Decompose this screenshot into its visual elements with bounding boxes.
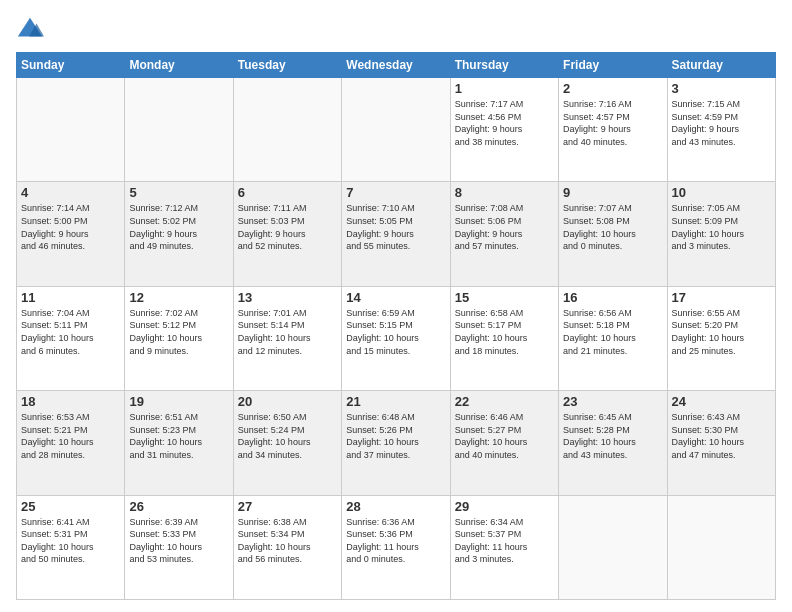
day-info: Sunrise: 6:41 AM Sunset: 5:31 PM Dayligh… xyxy=(21,516,120,566)
day-info: Sunrise: 7:08 AM Sunset: 5:06 PM Dayligh… xyxy=(455,202,554,252)
weekday-header-row: SundayMondayTuesdayWednesdayThursdayFrid… xyxy=(17,53,776,78)
day-info: Sunrise: 6:45 AM Sunset: 5:28 PM Dayligh… xyxy=(563,411,662,461)
day-number: 10 xyxy=(672,185,771,200)
weekday-header-saturday: Saturday xyxy=(667,53,775,78)
day-number: 15 xyxy=(455,290,554,305)
day-info: Sunrise: 7:01 AM Sunset: 5:14 PM Dayligh… xyxy=(238,307,337,357)
weekday-header-wednesday: Wednesday xyxy=(342,53,450,78)
weekday-header-tuesday: Tuesday xyxy=(233,53,341,78)
calendar-cell: 9Sunrise: 7:07 AM Sunset: 5:08 PM Daylig… xyxy=(559,182,667,286)
logo-icon xyxy=(16,16,44,44)
day-number: 27 xyxy=(238,499,337,514)
day-info: Sunrise: 7:17 AM Sunset: 4:56 PM Dayligh… xyxy=(455,98,554,148)
day-info: Sunrise: 7:07 AM Sunset: 5:08 PM Dayligh… xyxy=(563,202,662,252)
day-number: 7 xyxy=(346,185,445,200)
day-number: 20 xyxy=(238,394,337,409)
day-info: Sunrise: 6:48 AM Sunset: 5:26 PM Dayligh… xyxy=(346,411,445,461)
calendar-week-row: 11Sunrise: 7:04 AM Sunset: 5:11 PM Dayli… xyxy=(17,286,776,390)
day-number: 3 xyxy=(672,81,771,96)
calendar-cell xyxy=(125,78,233,182)
day-number: 29 xyxy=(455,499,554,514)
calendar-cell: 10Sunrise: 7:05 AM Sunset: 5:09 PM Dayli… xyxy=(667,182,775,286)
day-number: 6 xyxy=(238,185,337,200)
calendar-cell: 17Sunrise: 6:55 AM Sunset: 5:20 PM Dayli… xyxy=(667,286,775,390)
weekday-header-thursday: Thursday xyxy=(450,53,558,78)
top-section xyxy=(16,12,776,44)
day-number: 24 xyxy=(672,394,771,409)
day-number: 17 xyxy=(672,290,771,305)
calendar-cell: 4Sunrise: 7:14 AM Sunset: 5:00 PM Daylig… xyxy=(17,182,125,286)
day-info: Sunrise: 7:12 AM Sunset: 5:02 PM Dayligh… xyxy=(129,202,228,252)
day-number: 13 xyxy=(238,290,337,305)
calendar-cell: 8Sunrise: 7:08 AM Sunset: 5:06 PM Daylig… xyxy=(450,182,558,286)
calendar-cell xyxy=(559,495,667,599)
calendar-cell: 11Sunrise: 7:04 AM Sunset: 5:11 PM Dayli… xyxy=(17,286,125,390)
calendar-cell: 2Sunrise: 7:16 AM Sunset: 4:57 PM Daylig… xyxy=(559,78,667,182)
day-number: 8 xyxy=(455,185,554,200)
calendar-cell: 5Sunrise: 7:12 AM Sunset: 5:02 PM Daylig… xyxy=(125,182,233,286)
day-info: Sunrise: 7:10 AM Sunset: 5:05 PM Dayligh… xyxy=(346,202,445,252)
day-info: Sunrise: 6:36 AM Sunset: 5:36 PM Dayligh… xyxy=(346,516,445,566)
day-info: Sunrise: 6:43 AM Sunset: 5:30 PM Dayligh… xyxy=(672,411,771,461)
day-number: 21 xyxy=(346,394,445,409)
calendar-cell xyxy=(667,495,775,599)
day-info: Sunrise: 7:14 AM Sunset: 5:00 PM Dayligh… xyxy=(21,202,120,252)
day-info: Sunrise: 6:39 AM Sunset: 5:33 PM Dayligh… xyxy=(129,516,228,566)
logo xyxy=(16,16,48,44)
day-info: Sunrise: 6:55 AM Sunset: 5:20 PM Dayligh… xyxy=(672,307,771,357)
calendar-cell: 7Sunrise: 7:10 AM Sunset: 5:05 PM Daylig… xyxy=(342,182,450,286)
calendar-cell: 3Sunrise: 7:15 AM Sunset: 4:59 PM Daylig… xyxy=(667,78,775,182)
calendar-cell: 27Sunrise: 6:38 AM Sunset: 5:34 PM Dayli… xyxy=(233,495,341,599)
calendar-week-row: 25Sunrise: 6:41 AM Sunset: 5:31 PM Dayli… xyxy=(17,495,776,599)
calendar-cell: 12Sunrise: 7:02 AM Sunset: 5:12 PM Dayli… xyxy=(125,286,233,390)
calendar-cell: 25Sunrise: 6:41 AM Sunset: 5:31 PM Dayli… xyxy=(17,495,125,599)
day-info: Sunrise: 7:05 AM Sunset: 5:09 PM Dayligh… xyxy=(672,202,771,252)
calendar-cell: 15Sunrise: 6:58 AM Sunset: 5:17 PM Dayli… xyxy=(450,286,558,390)
day-info: Sunrise: 6:38 AM Sunset: 5:34 PM Dayligh… xyxy=(238,516,337,566)
calendar-cell: 13Sunrise: 7:01 AM Sunset: 5:14 PM Dayli… xyxy=(233,286,341,390)
calendar-cell: 22Sunrise: 6:46 AM Sunset: 5:27 PM Dayli… xyxy=(450,391,558,495)
calendar-cell: 24Sunrise: 6:43 AM Sunset: 5:30 PM Dayli… xyxy=(667,391,775,495)
calendar-cell xyxy=(17,78,125,182)
calendar-week-row: 4Sunrise: 7:14 AM Sunset: 5:00 PM Daylig… xyxy=(17,182,776,286)
day-info: Sunrise: 7:04 AM Sunset: 5:11 PM Dayligh… xyxy=(21,307,120,357)
calendar-page: SundayMondayTuesdayWednesdayThursdayFrid… xyxy=(0,0,792,612)
calendar-week-row: 18Sunrise: 6:53 AM Sunset: 5:21 PM Dayli… xyxy=(17,391,776,495)
calendar-cell: 20Sunrise: 6:50 AM Sunset: 5:24 PM Dayli… xyxy=(233,391,341,495)
calendar-cell: 29Sunrise: 6:34 AM Sunset: 5:37 PM Dayli… xyxy=(450,495,558,599)
calendar-cell: 26Sunrise: 6:39 AM Sunset: 5:33 PM Dayli… xyxy=(125,495,233,599)
weekday-header-sunday: Sunday xyxy=(17,53,125,78)
day-number: 22 xyxy=(455,394,554,409)
day-info: Sunrise: 6:46 AM Sunset: 5:27 PM Dayligh… xyxy=(455,411,554,461)
calendar-cell xyxy=(233,78,341,182)
weekday-header-friday: Friday xyxy=(559,53,667,78)
day-number: 4 xyxy=(21,185,120,200)
day-info: Sunrise: 7:16 AM Sunset: 4:57 PM Dayligh… xyxy=(563,98,662,148)
day-info: Sunrise: 6:53 AM Sunset: 5:21 PM Dayligh… xyxy=(21,411,120,461)
day-number: 2 xyxy=(563,81,662,96)
calendar-cell: 14Sunrise: 6:59 AM Sunset: 5:15 PM Dayli… xyxy=(342,286,450,390)
day-number: 26 xyxy=(129,499,228,514)
calendar-cell: 1Sunrise: 7:17 AM Sunset: 4:56 PM Daylig… xyxy=(450,78,558,182)
day-info: Sunrise: 7:02 AM Sunset: 5:12 PM Dayligh… xyxy=(129,307,228,357)
day-info: Sunrise: 6:34 AM Sunset: 5:37 PM Dayligh… xyxy=(455,516,554,566)
day-info: Sunrise: 6:59 AM Sunset: 5:15 PM Dayligh… xyxy=(346,307,445,357)
calendar-cell: 18Sunrise: 6:53 AM Sunset: 5:21 PM Dayli… xyxy=(17,391,125,495)
day-number: 9 xyxy=(563,185,662,200)
day-info: Sunrise: 7:11 AM Sunset: 5:03 PM Dayligh… xyxy=(238,202,337,252)
weekday-header-monday: Monday xyxy=(125,53,233,78)
day-info: Sunrise: 6:58 AM Sunset: 5:17 PM Dayligh… xyxy=(455,307,554,357)
day-number: 18 xyxy=(21,394,120,409)
day-number: 16 xyxy=(563,290,662,305)
calendar-cell: 16Sunrise: 6:56 AM Sunset: 5:18 PM Dayli… xyxy=(559,286,667,390)
calendar-cell: 21Sunrise: 6:48 AM Sunset: 5:26 PM Dayli… xyxy=(342,391,450,495)
day-number: 19 xyxy=(129,394,228,409)
day-number: 11 xyxy=(21,290,120,305)
day-number: 12 xyxy=(129,290,228,305)
calendar-week-row: 1Sunrise: 7:17 AM Sunset: 4:56 PM Daylig… xyxy=(17,78,776,182)
day-number: 25 xyxy=(21,499,120,514)
day-number: 14 xyxy=(346,290,445,305)
day-info: Sunrise: 6:56 AM Sunset: 5:18 PM Dayligh… xyxy=(563,307,662,357)
day-info: Sunrise: 7:15 AM Sunset: 4:59 PM Dayligh… xyxy=(672,98,771,148)
day-info: Sunrise: 6:51 AM Sunset: 5:23 PM Dayligh… xyxy=(129,411,228,461)
